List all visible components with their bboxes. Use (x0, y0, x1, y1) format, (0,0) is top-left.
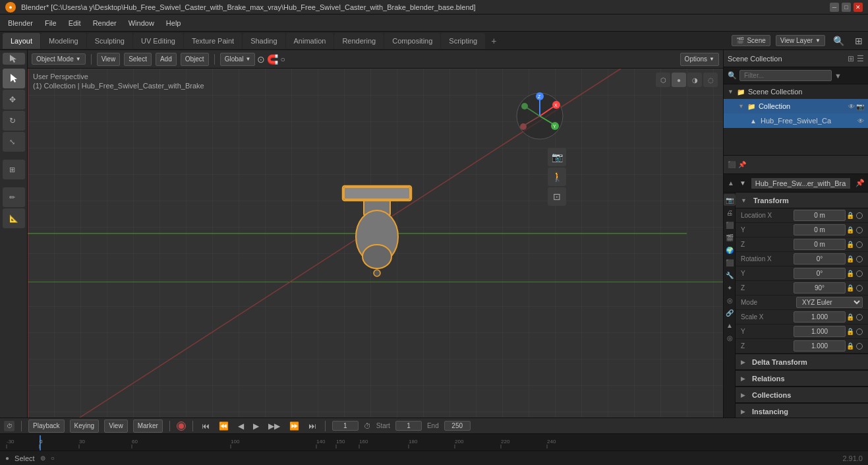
walk-navigation-button[interactable]: 🚶 (548, 168, 566, 186)
outliner-settings-icon[interactable]: ☰ (857, 54, 864, 63)
add-menu-button[interactable]: Add (156, 53, 177, 66)
world-props-icon[interactable]: 🌍 (724, 244, 736, 256)
rotation-y-value[interactable]: 0° (794, 268, 846, 279)
location-x-value[interactable]: 0 m (794, 210, 846, 221)
scale-y-value[interactable]: 1.000 (794, 326, 846, 337)
outliner-collection[interactable]: ▼ 📁 Collection 👁 📷 (724, 99, 868, 113)
scale-y-dot[interactable] (856, 328, 863, 335)
rotation-x-value[interactable]: 0° (794, 253, 846, 264)
data-props-icon[interactable]: ▲ (724, 319, 736, 331)
scale-x-value[interactable]: 1.000 (794, 311, 846, 323)
render-props-icon[interactable]: 📷 (724, 194, 736, 206)
scale-tool-button[interactable]: ⤡ (3, 132, 25, 152)
mode-icon[interactable] (3, 53, 25, 65)
start-frame-input[interactable] (395, 421, 422, 431)
object-mode-dropdown[interactable]: Object Mode ▼ (32, 53, 86, 65)
outliner-filter-icon[interactable]: ⊞ (848, 54, 854, 63)
search-button[interactable]: 🔍 (830, 36, 847, 46)
menu-help[interactable]: Help (161, 17, 187, 29)
menu-blender[interactable]: Blender (3, 17, 38, 29)
location-y-dot[interactable] (856, 227, 863, 233)
location-y-lock-icon[interactable]: 🔒 (846, 226, 855, 233)
menu-file[interactable]: File (40, 17, 62, 29)
playback-button[interactable]: Playback (28, 419, 65, 433)
render-visibility-icon[interactable]: 📷 (856, 103, 864, 110)
scale-x-lock-icon[interactable]: 🔒 (846, 313, 855, 321)
outliner-scene-collection[interactable]: ▼ 📁 Scene Collection (724, 84, 868, 99)
material-preview-button[interactable]: ◑ (687, 73, 702, 87)
play-button[interactable]: ▶ (251, 421, 261, 431)
rotate-tool-button[interactable]: ↻ (3, 111, 25, 131)
annotate-tool-button[interactable]: ✏ (3, 187, 25, 207)
menu-render[interactable]: Render (88, 17, 122, 29)
marker-button[interactable]: Marker (133, 419, 163, 433)
timeline-mode-icon[interactable]: ⏱ (4, 421, 14, 431)
snap-icon[interactable]: 🧲 (267, 54, 278, 65)
visibility-icon[interactable]: 👁 (848, 103, 855, 110)
prop-header-pin-icon[interactable]: 📌 (738, 161, 746, 168)
physics-props-icon[interactable]: ◎ (724, 294, 736, 306)
location-x-dot[interactable] (856, 212, 863, 219)
move-tool-button[interactable]: ✥ (3, 90, 25, 109)
tab-modeling[interactable]: Modeling (41, 33, 86, 49)
prev-keyframe-button[interactable]: ⏪ (217, 421, 231, 431)
object-visibility-icon[interactable]: 👁 (857, 117, 864, 125)
scale-z-dot[interactable] (856, 343, 863, 350)
location-z-lock-icon[interactable]: 🔒 (846, 241, 855, 248)
rotation-z-dot[interactable] (856, 285, 863, 292)
viewport-3d[interactable]: Object Mode ▼ View Select Add Object Glo… (28, 50, 723, 418)
options-dropdown[interactable]: Options ▼ (680, 53, 719, 66)
global-dropdown[interactable]: Global ▼ (220, 53, 256, 66)
view-menu-button[interactable]: View (97, 53, 121, 66)
object-menu-button[interactable]: Object (181, 53, 209, 66)
timeline-body[interactable]: -30 0 30 60 100 140 150 160 180 200 (0, 434, 868, 450)
scale-z-value[interactable]: 1.000 (794, 340, 846, 352)
object-props-icon[interactable]: ⬛ (724, 257, 736, 268)
particles-props-icon[interactable]: ✦ (724, 282, 736, 294)
view-layer-selector[interactable]: View Layer ▼ (776, 35, 825, 46)
properties-icon[interactable]: ⬛ (728, 161, 736, 168)
collections-header[interactable]: ▶ Collections (736, 387, 868, 403)
tab-compositing[interactable]: Compositing (384, 33, 440, 49)
tab-animation[interactable]: Animation (286, 33, 334, 49)
outliner-object[interactable]: ▲ Hub_Free_Swivel_Ca 👁 (724, 113, 868, 128)
keying-button[interactable]: Keying (70, 419, 100, 433)
tab-uv-editing[interactable]: UV Editing (133, 33, 183, 49)
tab-layout[interactable]: Layout (3, 33, 40, 49)
outliner-search-input[interactable] (739, 70, 832, 81)
measure-tool-button[interactable]: 📐 (3, 208, 25, 228)
rotation-z-value[interactable]: 90° (794, 282, 846, 294)
filter-icon[interactable]: ▼ (834, 72, 842, 80)
minimize-button[interactable]: ─ (830, 3, 839, 12)
filter-button[interactable]: ⊞ (852, 36, 865, 46)
rotation-z-lock-icon[interactable]: 🔒 (846, 284, 855, 292)
jump-end-button[interactable]: ⏭ (306, 421, 318, 431)
rendered-button[interactable]: ◌ (703, 73, 718, 87)
rotation-mode-select[interactable]: XYZ Euler (796, 297, 863, 308)
output-props-icon[interactable]: 🖨 (724, 206, 736, 218)
rotation-x-dot[interactable] (856, 256, 863, 263)
menu-window[interactable]: Window (123, 17, 159, 29)
tab-shading[interactable]: Shading (243, 33, 285, 49)
scale-x-dot[interactable] (856, 314, 863, 321)
orientation-gizmo[interactable]: Z X Y (513, 90, 566, 142)
next-keyframe-button[interactable]: ⏩ (287, 421, 301, 431)
rotation-y-lock-icon[interactable]: 🔒 (846, 270, 855, 277)
wireframe-button[interactable]: ⬡ (656, 73, 670, 87)
location-z-value[interactable]: 0 m (794, 239, 846, 250)
top-view-button[interactable]: ⊡ (548, 187, 566, 206)
transform-header[interactable]: ▼ Transform (736, 193, 868, 208)
camera-view-button[interactable]: 📷 (548, 148, 566, 166)
object-name-input[interactable] (751, 178, 850, 189)
view-layer-props-icon[interactable]: ⬛ (724, 219, 736, 231)
tab-scripting[interactable]: Scripting (441, 33, 485, 49)
scale-z-lock-icon[interactable]: 🔒 (846, 342, 855, 350)
location-y-value[interactable]: 0 m (794, 224, 846, 235)
maximize-button[interactable]: □ (842, 3, 851, 12)
rotation-y-dot[interactable] (856, 270, 863, 277)
relations-header[interactable]: ▶ Relations (736, 371, 868, 387)
tab-sculpting[interactable]: Sculpting (87, 33, 132, 49)
tab-rendering[interactable]: Rendering (334, 33, 384, 49)
modifier-props-icon[interactable]: 🔧 (724, 269, 736, 281)
material-props-icon[interactable]: ◎ (724, 332, 736, 344)
